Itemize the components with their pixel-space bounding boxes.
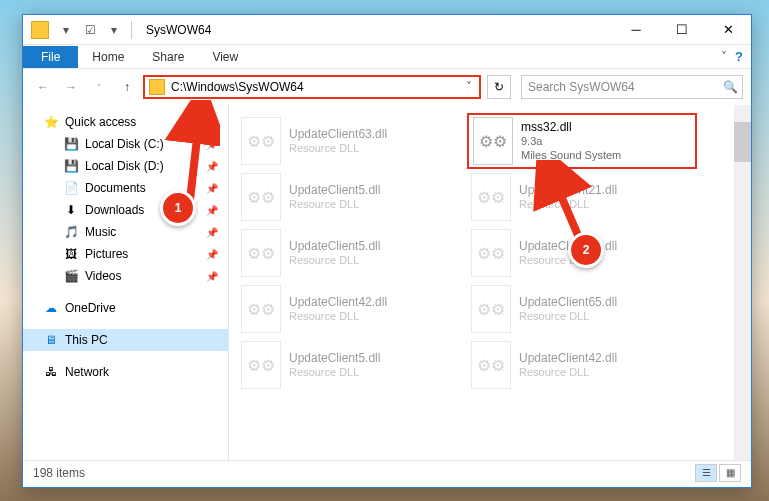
dll-icon: ⚙⚙ [241, 285, 281, 333]
sidebar-label: This PC [65, 333, 108, 347]
file-item[interactable]: ⚙⚙UpdateClient5.dllResource DLL [237, 225, 467, 281]
file-desc: Miles Sound System [521, 148, 621, 162]
gears-icon: ⚙⚙ [247, 300, 275, 319]
sidebar-item-label: Pictures [85, 247, 128, 261]
sidebar-onedrive[interactable]: ☁ OneDrive [23, 297, 228, 319]
quick-access-toolbar: ▾ ☑ ▾ [55, 20, 125, 40]
pc-icon: 🖥 [43, 332, 59, 348]
sidebar-item[interactable]: 💾Local Disk (D:)📌 [23, 155, 228, 177]
tab-file[interactable]: File [23, 46, 78, 68]
ribbon-expand-icon[interactable]: ˅ [721, 50, 727, 64]
minimize-button[interactable]: ─ [613, 15, 659, 45]
gears-icon: ⚙⚙ [477, 356, 505, 375]
file-item[interactable]: ⚙⚙UpdateClient42.dllResource DLL [467, 337, 697, 393]
explorer-window: ▾ ☑ ▾ SysWOW64 ─ ☐ ✕ File Home Share Vie… [22, 14, 752, 488]
scrollbar[interactable] [734, 105, 751, 460]
pin-icon[interactable]: 📌 [206, 205, 218, 216]
pin-icon[interactable]: 📌 [206, 227, 218, 238]
file-item[interactable]: ⚙⚙UpdateClient5.dllResource DLL [237, 169, 467, 225]
gears-icon: ⚙⚙ [247, 132, 275, 151]
pin-icon[interactable]: 📌 [206, 249, 218, 260]
sidebar-item[interactable]: 🎬Videos📌 [23, 265, 228, 287]
file-item[interactable]: ⚙⚙UpdateClient63.dllResource DLL [237, 113, 467, 169]
file-item[interactable]: ⚙⚙UpdateClient5.dllResource DLL [237, 337, 467, 393]
file-name: UpdateClient5.dll [289, 351, 380, 365]
star-icon: ⭐ [43, 114, 59, 130]
sidebar-item-label: Downloads [85, 203, 144, 217]
pin-icon[interactable]: 📌 [206, 161, 218, 172]
item-icon: 🎵 [63, 224, 79, 240]
view-icons-button[interactable]: ▦ [719, 464, 741, 482]
dll-icon: ⚙⚙ [473, 117, 513, 165]
view-details-button[interactable]: ☰ [695, 464, 717, 482]
search-box[interactable]: Search SysWOW64 🔍 [521, 75, 743, 99]
file-type: Resource DLL [519, 365, 617, 379]
folder-icon [31, 21, 49, 39]
qat-new-folder[interactable]: ☑ [79, 20, 101, 40]
file-name: mss32.dll [521, 120, 621, 134]
gears-icon: ⚙⚙ [477, 188, 505, 207]
qat-customize[interactable]: ▾ [103, 20, 125, 40]
item-count: 198 items [33, 466, 85, 480]
sidebar-item-label: Documents [85, 181, 146, 195]
sidebar-item[interactable]: 📄Documents📌 [23, 177, 228, 199]
file-list[interactable]: ⚙⚙UpdateClient63.dllResource DLL⚙⚙mss32.… [229, 105, 751, 460]
file-type: 9.3a [521, 134, 621, 148]
gears-icon: ⚙⚙ [477, 300, 505, 319]
window-controls: ─ ☐ ✕ [613, 15, 751, 45]
file-type: Resource DLL [519, 197, 617, 211]
tab-home[interactable]: Home [78, 46, 138, 68]
sidebar-item[interactable]: 💾Local Disk (C:)📌 [23, 133, 228, 155]
dll-icon: ⚙⚙ [241, 117, 281, 165]
file-item[interactable]: ⚙⚙UpdateClient21.dllResource DLL [467, 169, 697, 225]
maximize-button[interactable]: ☐ [659, 15, 705, 45]
up-button[interactable]: ↑ [115, 75, 139, 99]
file-name: UpdateClient5.dll [289, 183, 380, 197]
sidebar-item[interactable]: 🎵Music📌 [23, 221, 228, 243]
dll-icon: ⚙⚙ [471, 341, 511, 389]
search-placeholder: Search SysWOW64 [522, 80, 718, 94]
file-type: Resource DLL [519, 309, 617, 323]
file-name: UpdateClient63.dll [289, 127, 387, 141]
refresh-button[interactable]: ↻ [487, 75, 511, 99]
pin-icon[interactable]: 📌 [206, 139, 218, 150]
item-icon: 🖼 [63, 246, 79, 262]
help-icon[interactable]: ? [735, 49, 743, 64]
window-title: SysWOW64 [146, 23, 211, 37]
folder-icon [149, 79, 165, 95]
address-dropdown-icon[interactable]: ˅ [459, 80, 479, 94]
close-button[interactable]: ✕ [705, 15, 751, 45]
file-item[interactable]: ⚙⚙UpdateClient65.dllResource DLL [467, 281, 697, 337]
back-button[interactable]: ← [31, 75, 55, 99]
sidebar-network[interactable]: 🖧 Network [23, 361, 228, 383]
tab-share[interactable]: Share [138, 46, 198, 68]
item-icon: ⬇ [63, 202, 79, 218]
file-item[interactable]: ⚙⚙UpdateClient42.dllResource DLL [237, 281, 467, 337]
search-icon[interactable]: 🔍 [718, 80, 742, 94]
file-name: UpdateClient19.dll [519, 239, 617, 253]
scrollbar-thumb[interactable] [734, 122, 751, 162]
file-item[interactable]: ⚙⚙mss32.dll9.3aMiles Sound System [467, 113, 697, 169]
address-path[interactable]: C:\Windows\SysWOW64 [169, 80, 459, 94]
dll-icon: ⚙⚙ [241, 173, 281, 221]
pin-icon[interactable]: 📌 [206, 271, 218, 282]
onedrive-icon: ☁ [43, 300, 59, 316]
sidebar-this-pc[interactable]: 🖥 This PC [23, 329, 228, 351]
forward-button[interactable]: → [59, 75, 83, 99]
sidebar-item-label: Local Disk (C:) [85, 137, 164, 151]
titlebar: ▾ ☑ ▾ SysWOW64 ─ ☐ ✕ [23, 15, 751, 45]
tab-view[interactable]: View [198, 46, 252, 68]
gears-icon: ⚙⚙ [247, 244, 275, 263]
qat-properties[interactable]: ▾ [55, 20, 77, 40]
sidebar-item[interactable]: 🖼Pictures📌 [23, 243, 228, 265]
file-item[interactable]: ⚙⚙UpdateClient19.dllResource DLL [467, 225, 697, 281]
sidebar-item-label: Videos [85, 269, 121, 283]
address-bar[interactable]: C:\Windows\SysWOW64 ˅ [143, 75, 481, 99]
sidebar-quick-access[interactable]: ⭐ Quick access [23, 111, 228, 133]
recent-dropdown[interactable]: ˅ [87, 75, 111, 99]
sidebar-item[interactable]: ⬇Downloads📌 [23, 199, 228, 221]
file-name: UpdateClient42.dll [289, 295, 387, 309]
file-type: Resource DLL [289, 141, 387, 155]
pin-icon[interactable]: 📌 [206, 183, 218, 194]
gears-icon: ⚙⚙ [247, 356, 275, 375]
